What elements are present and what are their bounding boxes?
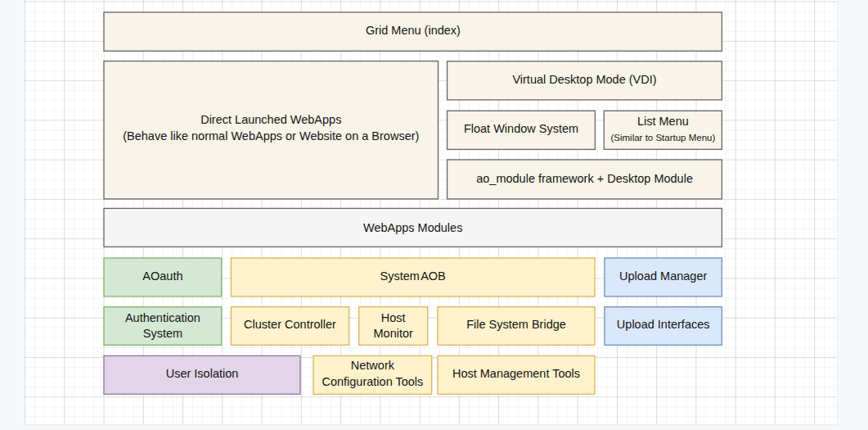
svg-text:List Menu: List Menu [637,115,689,128]
svg-text:Configuration Tools: Configuration Tools [322,375,423,388]
svg-text:(Behave like normal WebApps or: (Behave like normal WebApps or Website o… [123,129,419,143]
svg-text:Upload Manager: Upload Manager [619,269,707,283]
svg-text:Virtual Desktop Mode (VDI): Virtual Desktop Mode (VDI) [512,73,656,86]
svg-text:Host Management Tools: Host Management Tools [452,367,580,380]
svg-text:Direct Launched WebApps: Direct Launched WebApps [200,113,341,126]
svg-text:Grid Menu (index): Grid Menu (index) [366,24,461,37]
svg-text:Authentication: Authentication [125,311,200,324]
svg-text:File System Bridge: File System Bridge [466,318,566,331]
svg-text:Monitor: Monitor [374,327,414,340]
svg-text:Cluster Controller: Cluster Controller [244,318,336,331]
svg-text:(Similar to Startup Menu): (Similar to Startup Menu) [610,133,715,143]
svg-text:ao_module framework + Desktop: ao_module framework + Desktop Module [476,172,693,185]
svg-text:User Isolation: User Isolation [166,367,239,380]
svg-text:Host: Host [381,311,406,324]
svg-text:Upload Interfaces: Upload Interfaces [617,318,710,331]
svg-text:System: System [143,327,182,340]
svg-text:Float Window System: Float Window System [464,122,578,135]
svg-text:System AOB: System AOB [380,269,446,283]
svg-text:Network: Network [351,359,395,372]
svg-text:AOauth: AOauth [142,269,182,283]
svg-text:WebApps Modules: WebApps Modules [363,221,462,234]
